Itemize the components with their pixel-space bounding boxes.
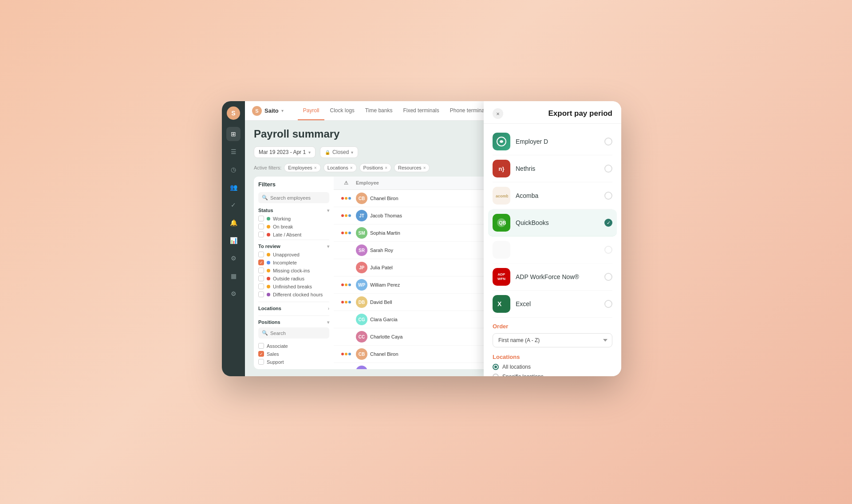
- indicator-dot: [341, 197, 344, 200]
- indicator-dot: [345, 353, 347, 355]
- chip-resources-remove[interactable]: ×: [423, 165, 426, 170]
- checkbox-missing-clock-ins[interactable]: [258, 268, 264, 273]
- label-incomplete: Incomplete: [273, 260, 297, 265]
- sidebar-icon-org[interactable]: ⚙: [226, 251, 241, 265]
- filter-sales[interactable]: ✓ Sales: [258, 351, 329, 357]
- checkbox-on-break[interactable]: [258, 224, 264, 229]
- sidebar-icon-users[interactable]: 👥: [226, 180, 241, 194]
- export-option-adp-left: ADPWFN ADP WorkForce Now®: [493, 268, 579, 286]
- positions-chevron[interactable]: ▾: [327, 320, 329, 325]
- sidebar-icon-list[interactable]: ☰: [226, 145, 241, 159]
- filter-on-break[interactable]: On break: [258, 224, 329, 229]
- radio-acomba[interactable]: [604, 192, 612, 200]
- label-on-break: On break: [273, 224, 293, 229]
- positions-search-input[interactable]: [270, 331, 326, 336]
- export-option-nethris[interactable]: n} Nethris: [493, 155, 612, 182]
- filter-chip-positions[interactable]: Positions ×: [359, 163, 391, 172]
- radio-partial[interactable]: [604, 246, 612, 254]
- sidebar-icon-card[interactable]: ▦: [226, 269, 241, 283]
- cell-employee: SRSarah Roy: [354, 242, 443, 259]
- filter-chip-resources[interactable]: Resources ×: [394, 163, 430, 172]
- checkbox-unapproved[interactable]: [258, 252, 264, 257]
- sidebar-icon-check[interactable]: ✓: [226, 198, 241, 212]
- checkbox-support[interactable]: [258, 359, 264, 365]
- tab-clock-logs[interactable]: Clock logs: [324, 101, 359, 120]
- checkbox-working[interactable]: [258, 216, 264, 221]
- tab-fixed-terminals[interactable]: Fixed terminals: [398, 101, 444, 120]
- export-option-quickbooks[interactable]: QB QuickBooks ✓: [488, 209, 617, 236]
- filter-unapproved[interactable]: Unapproved: [258, 252, 329, 257]
- dot-on-break: [267, 225, 270, 228]
- positions-section-title: Positions ▾: [258, 319, 329, 325]
- date-range-picker[interactable]: Mar 19 2023 - Apr 1 ▾: [254, 146, 316, 158]
- sidebar-icon-chart[interactable]: 📊: [226, 233, 241, 248]
- employee-search-box[interactable]: 🔍: [258, 192, 329, 203]
- radio-nethris[interactable]: [604, 165, 612, 173]
- radio-btn-all-locations[interactable]: [493, 364, 499, 370]
- checkbox-late-absent[interactable]: [258, 232, 264, 237]
- radio-excel[interactable]: [604, 300, 612, 308]
- filter-associate[interactable]: Associate: [258, 343, 329, 349]
- to-review-chevron[interactable]: ▾: [327, 244, 329, 249]
- radio-adp[interactable]: [604, 273, 612, 281]
- chip-positions-remove[interactable]: ×: [385, 165, 387, 170]
- all-locations-label: All locations: [502, 364, 531, 370]
- nethris-name: Nethris: [516, 165, 535, 172]
- filter-missing-clock-ins[interactable]: Missing clock-ins: [258, 268, 329, 273]
- checkbox-sales[interactable]: ✓: [258, 351, 264, 357]
- checkbox-unfinished-breaks[interactable]: [258, 284, 264, 289]
- sidebar-icon-clock[interactable]: ◷: [226, 162, 241, 177]
- radio-btn-specific-locations[interactable]: [493, 374, 499, 376]
- filter-diff-clocked[interactable]: Different clocked hours: [258, 291, 329, 297]
- tab-time-banks[interactable]: Time banks: [360, 101, 398, 120]
- radio-quickbooks[interactable]: ✓: [604, 219, 612, 227]
- export-option-employer-d[interactable]: Employer D: [493, 128, 612, 155]
- chip-employees-remove[interactable]: ×: [314, 165, 317, 170]
- label-associate: Associate: [267, 343, 288, 349]
- search-input[interactable]: [270, 195, 326, 201]
- quickbooks-logo: QB: [493, 214, 510, 232]
- filter-working[interactable]: Working: [258, 216, 329, 221]
- cell-indicator: [338, 298, 354, 306]
- status-badge[interactable]: 🔒 Closed ▾: [320, 146, 358, 158]
- dot-late-absent: [267, 233, 270, 236]
- status-chevron[interactable]: ▾: [327, 208, 329, 213]
- radio-all-locations[interactable]: All locations: [493, 364, 612, 370]
- filter-incomplete[interactable]: ✓ Incomplete: [258, 260, 329, 265]
- sidebar-icon-bell[interactable]: 🔔: [226, 216, 241, 230]
- filter-unfinished-breaks[interactable]: Unfinished breaks: [258, 284, 329, 289]
- close-button[interactable]: ×: [493, 108, 503, 119]
- locations-chevron[interactable]: ›: [328, 306, 329, 311]
- order-select[interactable]: First name (A - Z)Last name (A - Z)First…: [493, 333, 612, 347]
- export-option-partial[interactable]: [493, 236, 612, 264]
- export-option-acomba[interactable]: acomba Acomba: [493, 182, 612, 209]
- employee-name: Sophia Martin: [370, 230, 400, 236]
- positions-search-box[interactable]: 🔍: [258, 327, 329, 339]
- brand-chevron-icon: ▾: [281, 108, 284, 113]
- radio-employer-d[interactable]: [604, 138, 612, 146]
- filter-chip-employees[interactable]: Employees ×: [284, 163, 320, 172]
- employee-name: Chanel Biron: [370, 351, 398, 357]
- indicator-dot: [345, 232, 347, 234]
- export-option-excel[interactable]: X Excel: [493, 291, 612, 318]
- employee-name: Benjamin Talbot: [370, 369, 405, 369]
- chip-locations-remove[interactable]: ×: [350, 165, 353, 170]
- filter-panel: Filters 🔍 Status ▾ Working: [254, 177, 334, 369]
- filter-support[interactable]: Support: [258, 359, 329, 365]
- export-option-adp[interactable]: ADPWFN ADP WorkForce Now®: [493, 264, 612, 291]
- filter-chip-locations[interactable]: Locations ×: [323, 163, 357, 172]
- sidebar-icon-settings[interactable]: ⚙: [226, 287, 241, 301]
- employee-cell: CGClara Garcia: [356, 314, 441, 325]
- radio-specific-locations[interactable]: Specific locations: [493, 374, 612, 376]
- checkbox-diff-clocked[interactable]: [258, 291, 264, 297]
- checkbox-associate[interactable]: [258, 343, 264, 349]
- cell-employee: WPWilliam Perez: [354, 276, 443, 293]
- filter-late-absent[interactable]: Late / Absent: [258, 232, 329, 237]
- avatar: CB: [356, 348, 367, 360]
- tab-payroll[interactable]: Payroll: [298, 101, 325, 120]
- sidebar-icon-home[interactable]: ⊞: [226, 127, 241, 141]
- checkbox-incomplete[interactable]: ✓: [258, 260, 264, 265]
- checkbox-outside-radius[interactable]: [258, 276, 264, 281]
- dot-working: [267, 217, 270, 220]
- filter-outside-radius[interactable]: Outside radius: [258, 276, 329, 281]
